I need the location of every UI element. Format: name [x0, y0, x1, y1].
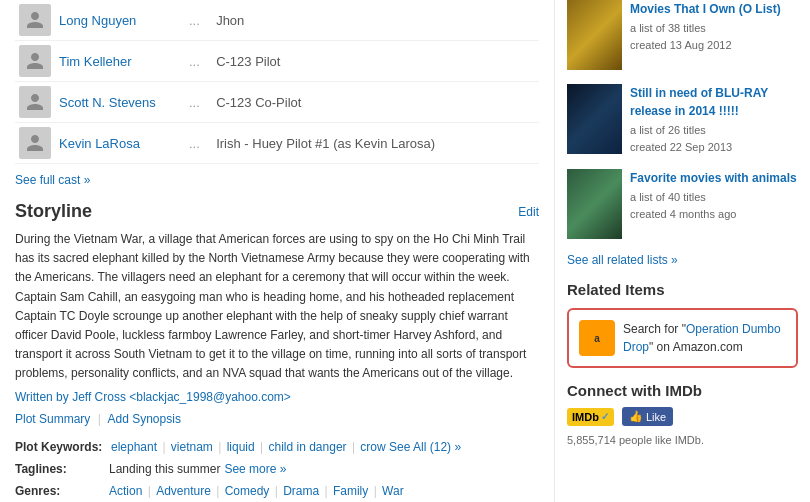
list-title-link[interactable]: Still in need of BLU-RAY release in 2014…	[630, 84, 798, 120]
storyline-text: During the Vietnam War, a village that A…	[15, 230, 539, 384]
keyword-link[interactable]: crow	[360, 440, 385, 454]
genres-label: Genres:	[15, 484, 105, 498]
plot-links: Plot Summary | Add Synopsis	[15, 412, 539, 426]
cast-role: Jhon	[212, 0, 539, 41]
connect-imdb-header: Connect with IMDb	[567, 382, 798, 399]
list-title-link[interactable]: Favorite movies with animals	[630, 169, 797, 187]
keyword-link[interactable]: child in danger	[269, 440, 347, 454]
list-meta-line2: created 4 months ago	[630, 206, 797, 223]
add-synopsis-link[interactable]: Add Synopsis	[108, 412, 181, 426]
imdb-checkmark: ✓	[601, 411, 609, 422]
list-thumbnail	[567, 0, 622, 70]
taglines-text: Landing this summer	[109, 462, 220, 476]
genre-link[interactable]: Adventure	[156, 484, 211, 498]
amazon-link[interactable]: Operation Dumbo Drop	[623, 322, 781, 354]
person-icon	[25, 92, 45, 112]
cast-avatar	[19, 86, 51, 118]
imdb-badge: IMDb ✓	[567, 408, 614, 426]
cast-row: Kevin LaRosa ... Irish - Huey Pilot #1 (…	[15, 123, 539, 164]
fb-like-count: 5,855,714 people like IMDb.	[567, 434, 798, 446]
cast-row: Long Nguyen ... Jhon	[15, 0, 539, 41]
cast-row: Scott N. Stevens ... C-123 Co-Pilot	[15, 82, 539, 123]
genres-row: Genres: Action | Adventure | Comedy | Dr…	[15, 484, 539, 498]
list-title-link[interactable]: Movies That I Own (O List)	[630, 0, 781, 18]
genre-link[interactable]: War	[382, 484, 404, 498]
person-icon	[25, 51, 45, 71]
fb-thumbs-icon: 👍	[629, 410, 643, 423]
list-meta-line1: a list of 38 titles	[630, 20, 781, 37]
imdb-label: IMDb	[572, 411, 599, 423]
plot-summary-link[interactable]: Plot Summary	[15, 412, 90, 426]
list-item: Movies That I Own (O List) a list of 38 …	[567, 0, 798, 70]
see-related-link[interactable]: See all related lists »	[567, 253, 678, 267]
person-icon	[25, 133, 45, 153]
keyword-link[interactable]: elephant	[111, 440, 157, 454]
cast-row: Tim Kelleher ... C-123 Pilot	[15, 41, 539, 82]
genre-link[interactable]: Comedy	[225, 484, 270, 498]
cast-name[interactable]: Scott N. Stevens	[55, 82, 185, 123]
list-thumbnail	[567, 169, 622, 239]
list-info: Favorite movies with animals a list of 4…	[630, 169, 797, 222]
keywords-row: Plot Keywords: elephant | vietnam | liqu…	[15, 440, 539, 454]
imdb-connect-row: IMDb ✓ 👍 Like	[567, 407, 798, 426]
list-meta-line1: a list of 26 titles	[630, 122, 798, 139]
written-by: Written by Jeff Cross <blackjac_1998@yah…	[15, 390, 539, 404]
keywords-see-all[interactable]: See All (12) »	[389, 440, 461, 454]
lists-container: Movies That I Own (O List) a list of 38 …	[567, 0, 798, 239]
cast-avatar	[19, 4, 51, 36]
related-items-header: Related Items	[567, 281, 798, 298]
cast-dots: ...	[185, 0, 212, 41]
cast-name[interactable]: Long Nguyen	[55, 0, 185, 41]
cast-name[interactable]: Kevin LaRosa	[55, 123, 185, 164]
see-full-cast-link[interactable]: See full cast »	[15, 172, 539, 187]
person-icon	[25, 10, 45, 30]
see-related-lists[interactable]: See all related lists »	[567, 253, 798, 267]
list-meta-line1: a list of 40 titles	[630, 189, 797, 206]
amazon-text: Search for "Operation Dumbo Drop" on Ama…	[623, 320, 786, 356]
cast-dots: ...	[185, 123, 212, 164]
fb-like-button[interactable]: 👍 Like	[622, 407, 673, 426]
list-meta-line2: created 13 Aug 2012	[630, 37, 781, 54]
cast-table: Long Nguyen ... Jhon Tim Kelleher ... C-…	[15, 0, 539, 164]
genre-link[interactable]: Drama	[283, 484, 319, 498]
taglines-label: Taglines:	[15, 462, 105, 476]
list-thumbnail	[567, 84, 622, 154]
cast-role: C-123 Co-Pilot	[212, 82, 539, 123]
related-items-box: a Search for "Operation Dumbo Drop" on A…	[567, 308, 798, 368]
taglines-row: Taglines: Landing this summer See more »	[15, 462, 539, 476]
taglines-see-more[interactable]: See more »	[224, 462, 286, 476]
keyword-link[interactable]: liquid	[227, 440, 255, 454]
written-by-link[interactable]: Written by Jeff Cross <blackjac_1998@yah…	[15, 390, 291, 404]
keywords-label: Plot Keywords:	[15, 440, 105, 454]
list-info: Movies That I Own (O List) a list of 38 …	[630, 0, 781, 53]
edit-link[interactable]: Edit	[518, 205, 539, 219]
cast-avatar	[19, 45, 51, 77]
cast-avatar	[19, 127, 51, 159]
cast-dots: ...	[185, 82, 212, 123]
fb-like-label: Like	[646, 411, 666, 423]
see-full-cast-anchor[interactable]: See full cast »	[15, 173, 90, 187]
genre-link[interactable]: Action	[109, 484, 142, 498]
list-info: Still in need of BLU-RAY release in 2014…	[630, 84, 798, 155]
list-item: Still in need of BLU-RAY release in 2014…	[567, 84, 798, 155]
cast-role: C-123 Pilot	[212, 41, 539, 82]
cast-name[interactable]: Tim Kelleher	[55, 41, 185, 82]
genre-link[interactable]: Family	[333, 484, 368, 498]
cast-role: Irish - Huey Pilot #1 (as Kevin Larosa)	[212, 123, 539, 164]
storyline-title: Storyline	[15, 201, 92, 222]
list-item: Favorite movies with animals a list of 4…	[567, 169, 798, 239]
keyword-link[interactable]: vietnam	[171, 440, 213, 454]
cast-dots: ...	[185, 41, 212, 82]
amazon-icon: a	[579, 320, 615, 356]
list-meta-line2: created 22 Sep 2013	[630, 139, 798, 156]
